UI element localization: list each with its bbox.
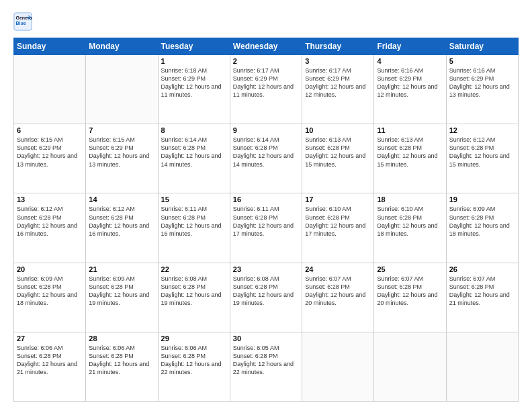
calendar-day-cell — [14, 55, 86, 124]
logo: General Blue — [13, 12, 35, 31]
day-info: Sunrise: 6:08 AM Sunset: 6:28 PM Dayligh… — [161, 275, 227, 308]
calendar-day-cell — [374, 332, 446, 401]
calendar-week-row: 13Sunrise: 6:12 AM Sunset: 6:28 PM Dayli… — [14, 193, 519, 263]
day-number: 21 — [89, 265, 154, 273]
day-info: Sunrise: 6:12 AM Sunset: 6:28 PM Dayligh… — [17, 205, 83, 238]
day-info: Sunrise: 6:14 AM Sunset: 6:28 PM Dayligh… — [161, 136, 227, 169]
calendar-day-cell: 9Sunrise: 6:14 AM Sunset: 6:28 PM Daylig… — [230, 124, 302, 193]
day-info: Sunrise: 6:13 AM Sunset: 6:28 PM Dayligh… — [305, 136, 371, 169]
day-info: Sunrise: 6:11 AM Sunset: 6:28 PM Dayligh… — [161, 205, 227, 238]
day-info: Sunrise: 6:14 AM Sunset: 6:28 PM Dayligh… — [233, 136, 299, 169]
day-info: Sunrise: 6:17 AM Sunset: 6:29 PM Dayligh… — [233, 66, 299, 99]
calendar-day-cell: 30Sunrise: 6:05 AM Sunset: 6:28 PM Dayli… — [230, 332, 302, 401]
day-number: 23 — [233, 265, 299, 273]
day-info: Sunrise: 6:13 AM Sunset: 6:28 PM Dayligh… — [377, 136, 443, 169]
day-info: Sunrise: 6:15 AM Sunset: 6:29 PM Dayligh… — [17, 136, 83, 169]
day-number: 29 — [161, 334, 227, 342]
day-number: 5 — [449, 57, 515, 65]
day-number: 1 — [161, 57, 227, 65]
calendar-day-cell: 2Sunrise: 6:17 AM Sunset: 6:29 PM Daylig… — [230, 55, 302, 124]
day-number: 4 — [377, 57, 443, 65]
day-number: 8 — [161, 126, 227, 134]
col-sunday: Sunday — [14, 38, 86, 55]
calendar-day-cell: 16Sunrise: 6:11 AM Sunset: 6:28 PM Dayli… — [230, 193, 302, 263]
calendar-day-cell: 12Sunrise: 6:12 AM Sunset: 6:28 PM Dayli… — [446, 124, 518, 193]
calendar-day-cell: 7Sunrise: 6:15 AM Sunset: 6:29 PM Daylig… — [86, 124, 158, 193]
col-thursday: Thursday — [302, 38, 374, 55]
day-number: 6 — [17, 126, 83, 134]
calendar-day-cell: 8Sunrise: 6:14 AM Sunset: 6:28 PM Daylig… — [158, 124, 230, 193]
day-number: 30 — [233, 334, 299, 342]
day-info: Sunrise: 6:09 AM Sunset: 6:28 PM Dayligh… — [89, 275, 154, 308]
calendar-day-cell: 29Sunrise: 6:06 AM Sunset: 6:28 PM Dayli… — [158, 332, 230, 401]
calendar-day-cell: 20Sunrise: 6:09 AM Sunset: 6:28 PM Dayli… — [14, 263, 86, 332]
calendar-day-cell: 23Sunrise: 6:08 AM Sunset: 6:28 PM Dayli… — [230, 263, 302, 332]
calendar-day-cell: 11Sunrise: 6:13 AM Sunset: 6:28 PM Dayli… — [374, 124, 446, 193]
day-number: 3 — [305, 57, 371, 65]
col-wednesday: Wednesday — [230, 38, 302, 55]
day-info: Sunrise: 6:12 AM Sunset: 6:28 PM Dayligh… — [89, 205, 154, 238]
day-info: Sunrise: 6:07 AM Sunset: 6:28 PM Dayligh… — [377, 275, 443, 308]
calendar-day-cell: 26Sunrise: 6:07 AM Sunset: 6:28 PM Dayli… — [446, 263, 518, 332]
calendar-day-cell: 10Sunrise: 6:13 AM Sunset: 6:28 PM Dayli… — [302, 124, 374, 193]
calendar-day-cell: 18Sunrise: 6:10 AM Sunset: 6:28 PM Dayli… — [374, 193, 446, 263]
day-info: Sunrise: 6:16 AM Sunset: 6:29 PM Dayligh… — [377, 66, 443, 99]
col-tuesday: Tuesday — [158, 38, 230, 55]
calendar-day-cell — [302, 332, 374, 401]
day-number: 17 — [305, 195, 371, 203]
day-number: 7 — [89, 126, 154, 134]
calendar-day-cell: 25Sunrise: 6:07 AM Sunset: 6:28 PM Dayli… — [374, 263, 446, 332]
calendar-day-cell: 27Sunrise: 6:06 AM Sunset: 6:28 PM Dayli… — [14, 332, 86, 401]
calendar-table: Sunday Monday Tuesday Wednesday Thursday… — [13, 38, 519, 402]
calendar-week-row: 27Sunrise: 6:06 AM Sunset: 6:28 PM Dayli… — [14, 332, 519, 401]
svg-text:Blue: Blue — [16, 21, 26, 26]
day-number: 24 — [305, 265, 371, 273]
day-info: Sunrise: 6:10 AM Sunset: 6:28 PM Dayligh… — [377, 205, 443, 238]
calendar-day-cell: 3Sunrise: 6:17 AM Sunset: 6:29 PM Daylig… — [302, 55, 374, 124]
day-number: 12 — [449, 126, 515, 134]
day-number: 25 — [377, 265, 443, 273]
calendar-day-cell: 13Sunrise: 6:12 AM Sunset: 6:28 PM Dayli… — [14, 193, 86, 263]
calendar-day-cell — [86, 55, 158, 124]
day-info: Sunrise: 6:07 AM Sunset: 6:28 PM Dayligh… — [305, 275, 371, 308]
day-number: 28 — [89, 334, 154, 342]
day-number: 20 — [17, 265, 83, 273]
day-info: Sunrise: 6:12 AM Sunset: 6:28 PM Dayligh… — [449, 136, 515, 169]
page: General Blue Sunday Monday Tuesday — [0, 0, 532, 411]
calendar-day-cell: 24Sunrise: 6:07 AM Sunset: 6:28 PM Dayli… — [302, 263, 374, 332]
col-friday: Friday — [374, 38, 446, 55]
day-number: 11 — [377, 126, 443, 134]
day-number: 14 — [89, 195, 154, 203]
day-number: 15 — [161, 195, 227, 203]
day-info: Sunrise: 6:06 AM Sunset: 6:28 PM Dayligh… — [17, 344, 83, 377]
day-info: Sunrise: 6:06 AM Sunset: 6:28 PM Dayligh… — [161, 344, 227, 377]
day-info: Sunrise: 6:16 AM Sunset: 6:29 PM Dayligh… — [449, 66, 515, 99]
day-info: Sunrise: 6:07 AM Sunset: 6:28 PM Dayligh… — [449, 275, 515, 308]
day-info: Sunrise: 6:17 AM Sunset: 6:29 PM Dayligh… — [305, 66, 371, 99]
day-info: Sunrise: 6:09 AM Sunset: 6:28 PM Dayligh… — [17, 275, 83, 308]
day-info: Sunrise: 6:06 AM Sunset: 6:28 PM Dayligh… — [89, 344, 154, 377]
day-number: 16 — [233, 195, 299, 203]
calendar-day-cell: 15Sunrise: 6:11 AM Sunset: 6:28 PM Dayli… — [158, 193, 230, 263]
day-info: Sunrise: 6:10 AM Sunset: 6:28 PM Dayligh… — [305, 205, 371, 238]
calendar-week-row: 1Sunrise: 6:18 AM Sunset: 6:29 PM Daylig… — [14, 55, 519, 124]
day-number: 10 — [305, 126, 371, 134]
calendar-day-cell: 17Sunrise: 6:10 AM Sunset: 6:28 PM Dayli… — [302, 193, 374, 263]
day-info: Sunrise: 6:08 AM Sunset: 6:28 PM Dayligh… — [233, 275, 299, 308]
day-number: 9 — [233, 126, 299, 134]
day-number: 18 — [377, 195, 443, 203]
day-info: Sunrise: 6:11 AM Sunset: 6:28 PM Dayligh… — [233, 205, 299, 238]
calendar-day-cell: 22Sunrise: 6:08 AM Sunset: 6:28 PM Dayli… — [158, 263, 230, 332]
calendar-day-cell: 14Sunrise: 6:12 AM Sunset: 6:28 PM Dayli… — [86, 193, 158, 263]
day-info: Sunrise: 6:18 AM Sunset: 6:29 PM Dayligh… — [161, 66, 227, 99]
logo-icon: General Blue — [13, 12, 32, 31]
calendar-day-cell: 4Sunrise: 6:16 AM Sunset: 6:29 PM Daylig… — [374, 55, 446, 124]
calendar-week-row: 20Sunrise: 6:09 AM Sunset: 6:28 PM Dayli… — [14, 263, 519, 332]
day-number: 13 — [17, 195, 83, 203]
calendar-day-cell: 6Sunrise: 6:15 AM Sunset: 6:29 PM Daylig… — [14, 124, 86, 193]
day-info: Sunrise: 6:05 AM Sunset: 6:28 PM Dayligh… — [233, 344, 299, 377]
day-info: Sunrise: 6:09 AM Sunset: 6:28 PM Dayligh… — [449, 205, 515, 238]
day-number: 22 — [161, 265, 227, 273]
col-saturday: Saturday — [446, 38, 518, 55]
calendar-day-cell: 19Sunrise: 6:09 AM Sunset: 6:28 PM Dayli… — [446, 193, 518, 263]
